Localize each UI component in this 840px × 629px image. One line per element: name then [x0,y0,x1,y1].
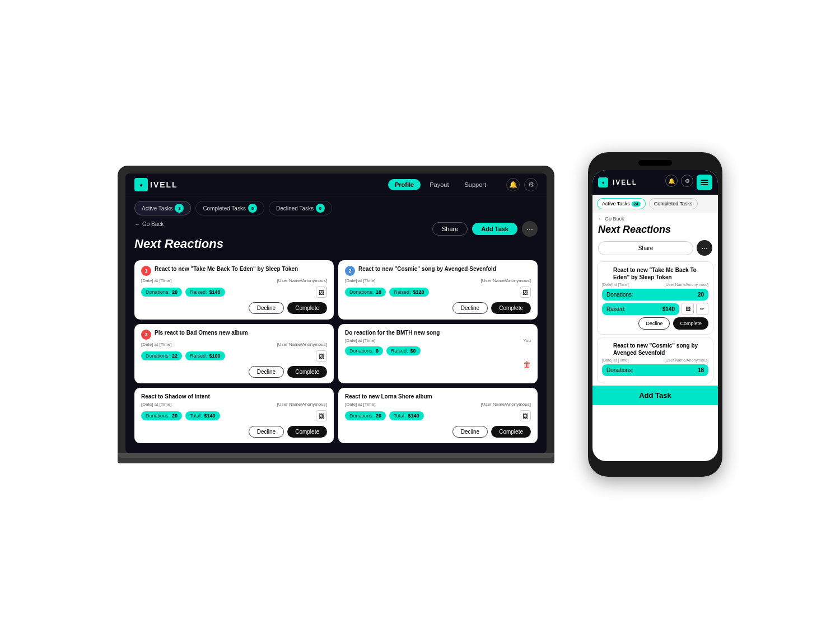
laptop-task-card-1: 1 React to new "Take Me Back To Eden" by… [134,260,334,320]
laptop-add-task-button[interactable]: Add Task [472,223,517,235]
task-num-1: 1 [141,266,151,276]
task-complete-btn-2[interactable]: Complete [491,302,531,314]
phone-active-tasks-tab[interactable]: Active Tasks 24 [597,198,646,209]
phone-task-title-1: React to new "Take Me Back To Eden" by S… [613,266,708,281]
laptop-page-title: Next Reactions [125,237,547,256]
task-decline-btn-5[interactable]: Decline [249,426,284,438]
task-image-icon-6[interactable]: 🖼 [520,410,531,421]
phone-share-button[interactable]: Share [598,241,693,255]
task-user-5: [User Name/Anonymous] [277,402,327,407]
phone-stat-donations-1: Donations: 20 [602,289,708,301]
back-arrow-icon: ← [134,221,140,227]
task-date-4: [Date] at [Time] [345,338,375,343]
logo-text: IVELL [150,180,178,189]
laptop-header-icons: 🔔 ⚙ [506,178,538,191]
phone-task-num-1: 1 [602,266,611,275]
laptop-bell-icon[interactable]: 🔔 [506,178,520,191]
laptop-app-ui: ♦ IVELL Profile Payout Support 🔔 ⚙ [125,173,547,453]
laptop-share-button[interactable]: Share [432,222,468,236]
scene: ♦ IVELL Profile Payout Support 🔔 ⚙ [28,152,812,477]
task-image-icon-2[interactable]: 🖼 [520,287,531,298]
task-image-icon-3[interactable]: 🖼 [316,350,327,362]
laptop-completed-tasks-tab[interactable]: Completed Tasks 0 [195,201,264,215]
task-raised-3: Raised: $100 [185,351,225,360]
task-donations-5: Donations: 20 [141,411,182,420]
task-title-3: Pls react to Bad Omens new album [155,330,327,336]
task-trash-icon-4[interactable]: 🗑 [345,360,531,369]
phone-image-icon-1[interactable]: 🖼 [682,303,694,315]
phone-completed-tasks-tab[interactable]: Completed Tasks [649,198,698,209]
phone-share-row: Share ··· [592,238,718,259]
phone-go-back[interactable]: ← Go Back [598,216,712,222]
phone-active-badge: 24 [632,201,641,206]
phone-settings-icon[interactable]: ⚙ [681,175,693,187]
laptop-base [118,453,554,463]
laptop-settings-icon[interactable]: ⚙ [524,178,538,191]
task-decline-btn-2[interactable]: Decline [452,302,488,314]
laptop-go-back[interactable]: ← Go Back [134,221,164,227]
task-total-5: Total: $140 [185,411,220,420]
laptop-tasks-grid: 1 React to new "Take Me Back To Eden" by… [125,256,547,450]
active-tasks-badge: 8 [175,204,184,213]
phone-header-icons: 🔔 ⚙ [665,175,712,190]
task-title-5: React to Shadow of Intent [141,393,327,400]
task-complete-btn-5[interactable]: Complete [287,426,327,438]
phone-menu-button[interactable] [697,175,712,190]
task-image-icon-1[interactable]: 🖼 [316,287,327,298]
phone-stat-donations-2: Donations: 18 [602,364,708,376]
logo-icon: ♦ [134,178,148,191]
phone-device: ♦ IVELL 🔔 ⚙ [588,152,722,477]
phone-task-card-1: 1 React to new "Take Me Back To Eden" by… [597,261,713,335]
task-date-6: [Date] at [Time] [345,402,375,407]
laptop-logo: ♦ IVELL [134,178,178,191]
laptop-nav-profile[interactable]: Profile [388,179,421,190]
task-donations-1: Donations: 20 [141,288,182,297]
phone-menu-lines [701,180,708,185]
task-raised-4: Raised: $0 [386,346,421,355]
laptop-nav-support[interactable]: Support [458,179,493,190]
phone-raised-pill-1: Raised: $140 [602,303,679,315]
phone-logo-text: IVELL [613,179,637,186]
laptop-task-card-4: Do reaction for the BMTH new song [Date]… [338,324,538,383]
phone-task-card-2: 2 React to new "Cosmic" song by Avenged … [597,337,713,383]
task-decline-btn-3[interactable]: Decline [249,366,284,378]
phone-task-num-2: 2 [602,342,611,351]
laptop-declined-tasks-tab[interactable]: Declined Tasks 0 [269,201,332,215]
task-user-4: You [524,338,531,343]
phone-task-actions-1: Decline Complete [602,317,708,330]
phone-task-date-2: [Date] at [Time] [602,358,629,362]
laptop-tasks-tabs: Active Tasks 8 Completed Tasks 0 Decline… [125,196,547,220]
task-donations-4: Donations: 0 [345,346,383,355]
phone-complete-btn-1[interactable]: Complete [673,317,708,330]
task-num-3: 3 [141,330,151,340]
phone-pencil-icon-1[interactable]: ✏ [696,303,708,315]
task-decline-btn-1[interactable]: Decline [249,302,284,314]
task-num-2: 2 [345,266,355,276]
task-date-2: [Date] at [Time] [345,278,375,283]
laptop-active-tasks-tab[interactable]: Active Tasks 8 [134,201,191,215]
phone-page-title: Next Reactions [592,223,718,238]
task-complete-btn-1[interactable]: Complete [287,302,327,314]
phone-back-arrow: ← [598,216,603,222]
task-complete-btn-3[interactable]: Complete [287,366,327,378]
laptop-more-button[interactable]: ··· [522,221,538,237]
phone-add-task-bar[interactable]: Add Task [592,386,718,405]
task-decline-btn-6[interactable]: Decline [452,426,488,438]
task-image-icon-5[interactable]: 🖼 [316,410,327,421]
task-total-6: Total: $140 [389,411,424,420]
laptop-device: ♦ IVELL Profile Payout Support 🔔 ⚙ [118,166,554,463]
laptop-page-actions: Share Add Task ··· [432,221,538,237]
task-complete-btn-6[interactable]: Complete [491,426,531,438]
task-title-6: React to new Lorna Shore album [345,393,531,400]
laptop-screen: ♦ IVELL Profile Payout Support 🔔 ⚙ [125,173,547,453]
completed-tasks-badge: 0 [248,204,257,213]
task-user-6: [User Name/Anonymous] [481,402,531,407]
phone-decline-btn-1[interactable]: Decline [638,317,670,330]
task-donations-2: Donations: 18 [345,288,386,297]
menu-line-1 [701,180,708,181]
laptop-task-card-5: React to Shadow of Intent [Date] at [Tim… [134,388,334,443]
laptop-nav-payout[interactable]: Payout [423,179,455,190]
phone-page-header: ← Go Back [592,213,718,223]
phone-bell-icon[interactable]: 🔔 [665,175,678,187]
phone-more-button[interactable]: ··· [697,240,712,256]
